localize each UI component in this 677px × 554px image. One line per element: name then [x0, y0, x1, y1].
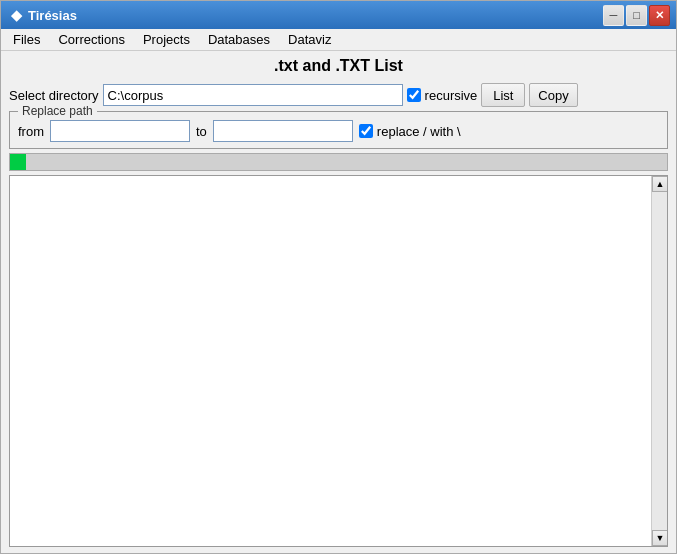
content-area: .txt and .TXT List Select directory recu…: [1, 51, 676, 553]
from-label: from: [18, 124, 44, 139]
minimize-button[interactable]: ─: [603, 5, 624, 26]
scrollbar-y[interactable]: ▲ ▼: [651, 176, 667, 546]
scroll-up-button[interactable]: ▲: [652, 176, 668, 192]
menu-projects[interactable]: Projects: [135, 30, 198, 49]
main-window: ◆ Tirésias ─ □ ✕ Files Corrections Proje…: [0, 0, 677, 554]
replace-row: from to replace / with \: [18, 120, 659, 142]
menu-files[interactable]: Files: [5, 30, 48, 49]
replace-path-group: Replace path from to replace / with \: [9, 111, 668, 149]
title-bar-title-group: ◆ Tirésias: [11, 7, 77, 23]
copy-button[interactable]: Copy: [529, 83, 577, 107]
menu-corrections[interactable]: Corrections: [50, 30, 132, 49]
window-icon: ◆: [11, 7, 22, 23]
directory-row: Select directory recursive List Copy: [9, 83, 668, 107]
recursive-label: recursive: [425, 88, 478, 103]
recursive-checkbox-group: recursive: [407, 88, 478, 103]
to-label: to: [196, 124, 207, 139]
window-title: Tirésias: [28, 8, 77, 23]
directory-label: Select directory: [9, 88, 99, 103]
page-title: .txt and .TXT List: [9, 57, 668, 75]
menubar: Files Corrections Projects Databases Dat…: [1, 29, 676, 51]
scroll-track[interactable]: [652, 192, 667, 530]
replace-slash-group: replace / with \: [359, 124, 461, 139]
file-list-area[interactable]: ▲ ▼: [9, 175, 668, 547]
to-input[interactable]: [213, 120, 353, 142]
progress-bar-container: [9, 153, 668, 171]
title-bar-controls: ─ □ ✕: [603, 5, 670, 26]
recursive-checkbox[interactable]: [407, 88, 421, 102]
directory-input[interactable]: [103, 84, 403, 106]
menu-databases[interactable]: Databases: [200, 30, 278, 49]
close-button[interactable]: ✕: [649, 5, 670, 26]
maximize-button[interactable]: □: [626, 5, 647, 26]
from-input[interactable]: [50, 120, 190, 142]
title-bar: ◆ Tirésias ─ □ ✕: [1, 1, 676, 29]
list-button[interactable]: List: [481, 83, 525, 107]
replace-slash-label: replace / with \: [377, 124, 461, 139]
menu-dataviz[interactable]: Dataviz: [280, 30, 339, 49]
progress-bar-fill: [10, 154, 26, 170]
replace-path-legend: Replace path: [18, 104, 97, 118]
replace-slash-checkbox[interactable]: [359, 124, 373, 138]
scroll-down-button[interactable]: ▼: [652, 530, 668, 546]
